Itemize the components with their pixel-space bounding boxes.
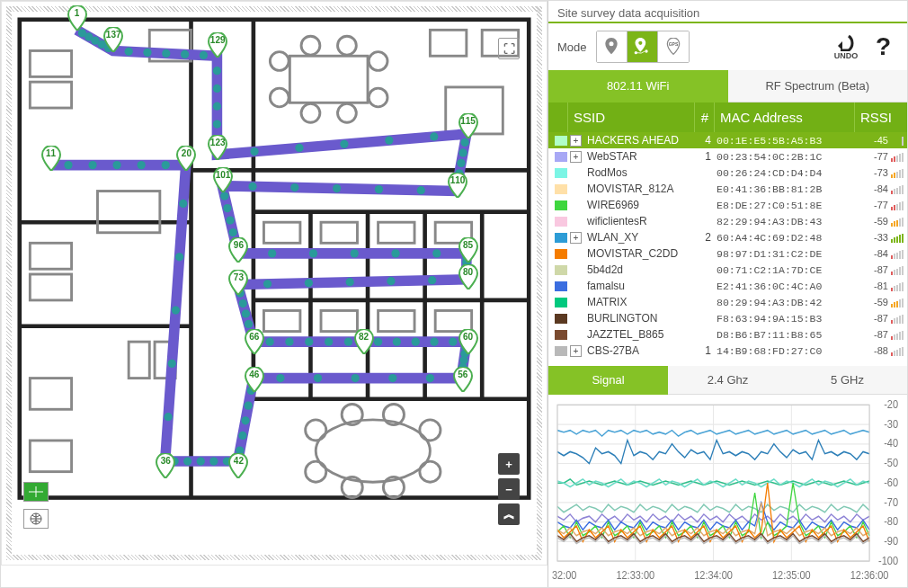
network-row[interactable]: +CBS-27BA114:B9:68:FD:27:C0-88 [548,343,907,359]
network-color-swatch [555,217,567,227]
network-row[interactable]: MOVISTAR_812AE0:41:36:BB:81:2B-84 [548,181,907,197]
network-row[interactable]: 5b4d2d00:71:C2:1A:7D:CE-87 [548,262,907,278]
globe-button[interactable] [23,509,49,529]
waypoint-number: 129 [207,35,228,45]
network-row[interactable]: +WLAN_XY260:A4:4C:69:D2:48-33 [548,229,907,245]
network-rssi: -59 [855,297,904,307]
survey-waypoint[interactable]: 101 [212,167,234,192]
network-mac: 14:B9:68:FD:27:C0 [717,345,855,357]
col-ssid[interactable]: SSID [568,102,695,132]
mode-gps-button[interactable]: GPS [658,31,689,62]
svg-point-62 [125,48,133,56]
svg-text:-40: -40 [884,436,898,450]
survey-waypoint[interactable]: 129 [207,32,228,58]
col-mac[interactable]: MAC Address [715,102,855,132]
survey-waypoint[interactable]: 42 [227,453,249,478]
svg-point-109 [242,309,250,317]
fullscreen-button[interactable]: ⛶ [498,38,520,59]
tab-5ghz[interactable]: 5 GHz [788,366,907,395]
floor-plan-canvas[interactable]: 1137129112012311510111096857380668260465… [1,1,547,566]
svg-point-113 [285,338,293,346]
expand-icon[interactable]: + [570,345,582,357]
svg-point-69 [213,102,221,111]
network-ssid: HACKERS AHEAD [587,134,704,147]
network-row[interactable]: famalsuE2:41:36:0C:4C:A0-81 [548,278,907,294]
survey-waypoint[interactable]: 110 [447,173,468,198]
svg-point-90 [229,228,237,236]
tab-24ghz[interactable]: 2.4 Ghz [668,366,788,395]
survey-waypoint[interactable]: 66 [244,329,265,354]
network-row[interactable]: +HACKERS AHEAD400:1E:E5:5B:A5:B3-45 [548,132,907,148]
signal-tabs: Signal 2.4 Ghz 5 GHz [548,366,907,395]
survey-waypoint[interactable]: 123 [207,135,228,160]
tab-signal[interactable]: Signal [548,366,668,395]
svg-point-119 [412,338,420,346]
svg-rect-25 [30,441,71,472]
survey-waypoint[interactable]: 73 [227,270,249,295]
survey-waypoint[interactable]: 11 [40,146,62,171]
survey-waypoint[interactable]: 60 [458,329,479,354]
survey-waypoint[interactable]: 82 [353,329,375,354]
network-table-body[interactable]: +HACKERS AHEAD400:1E:E5:5B:A5:B3-45+WebS… [548,132,907,359]
collapse-button[interactable]: ︽ [498,503,520,525]
survey-waypoint[interactable]: 1 [67,5,88,31]
network-mac: E8:DE:27:C0:51:8E [717,200,855,211]
col-rssi[interactable]: RSSI [855,102,907,132]
survey-waypoint[interactable]: 137 [102,27,124,52]
network-row[interactable]: RodMos00:26:24:CD:D4:D4-73 [548,165,907,181]
floorplan-svg [14,14,534,534]
undo-label: UNDO [834,51,859,60]
svg-point-42 [270,88,289,107]
zoom-out-button[interactable]: − [498,478,520,500]
network-row[interactable]: +WebSTAR100:23:54:0C:2B:1C-77 [548,148,907,165]
network-row[interactable]: JAZZTEL_B865D8:B6:B7:11:B8:65-87 [548,326,907,343]
svg-point-117 [374,338,382,346]
svg-rect-22 [30,243,71,269]
svg-point-103 [387,277,395,285]
tab-wifi[interactable]: 802.11 WiFi [548,70,728,102]
survey-waypoint[interactable]: 115 [458,113,479,138]
network-row[interactable]: BURLINGTONF8:63:94:9A:15:B3-87 [548,310,907,326]
survey-waypoint[interactable]: 85 [458,237,479,263]
svg-point-131 [276,374,284,382]
svg-point-112 [265,338,273,346]
svg-point-130 [314,374,322,382]
survey-waypoint[interactable]: 20 [175,146,197,171]
waypoint-number: 137 [102,30,124,40]
fullscreen-icon: ⛶ [503,42,515,56]
mode-point-button[interactable] [597,31,628,62]
zoom-in-button[interactable]: + [498,453,520,475]
survey-waypoint[interactable]: 80 [458,264,479,290]
expand-icon[interactable]: + [570,135,582,147]
col-count[interactable]: # [695,102,715,132]
network-row[interactable]: wificlientesR82:29:94:A3:DB:43-59 [548,213,907,229]
svg-point-73 [295,144,303,152]
survey-waypoint[interactable]: 36 [155,453,176,478]
mode-path-button[interactable] [628,31,658,62]
survey-waypoint[interactable]: 96 [227,237,249,263]
survey-waypoint[interactable]: 46 [244,367,265,392]
expand-icon[interactable]: + [570,232,582,244]
undo-button[interactable]: UNDO [832,33,859,60]
tab-rf-spectrum[interactable]: RF Spectrum (Beta) [728,70,908,102]
expand-icon[interactable]: + [570,151,582,163]
building-icon [29,486,43,497]
network-mac: E0:41:36:BB:81:2B [717,183,855,195]
svg-point-78 [458,148,467,156]
svg-point-65 [181,50,189,58]
network-mac: F8:63:94:9A:15:B3 [717,313,855,325]
help-button[interactable]: ? [868,32,898,61]
floor-selector-button[interactable] [23,482,49,502]
svg-point-70 [213,120,221,128]
svg-text:-80: -80 [884,514,898,528]
network-row[interactable]: WIRE6969E8:DE:27:C0:51:8E-77 [548,197,907,213]
network-count: 1 [704,344,717,357]
svg-point-139 [197,457,205,465]
network-row[interactable]: MOVISTAR_C2DD98:97:D1:31:C2:DE-84 [548,245,907,262]
network-row[interactable]: MATRIX80:29:94:A3:DB:42-59 [548,294,907,310]
survey-waypoint[interactable]: 56 [452,367,474,392]
svg-point-134 [241,416,249,424]
network-color-swatch [555,265,567,275]
svg-point-104 [346,278,354,286]
svg-point-75 [385,136,393,144]
